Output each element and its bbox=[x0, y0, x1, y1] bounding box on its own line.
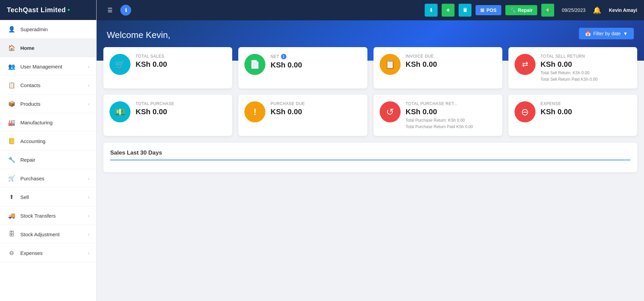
filter-date-label: Filter by date bbox=[593, 31, 621, 36]
sidebar-item-home[interactable]: 🏠 Home bbox=[0, 39, 96, 57]
filter-date-button[interactable]: 📅 Filter by date ▼ bbox=[579, 28, 634, 39]
repair-label: Repair bbox=[518, 7, 533, 13]
sidebar-label-expenses: Expenses bbox=[20, 250, 88, 256]
stat-subtext2-total-purchase-ret: Total Purchase Return Paid KSh 0.00 bbox=[406, 124, 496, 129]
download-button[interactable]: ⬇ bbox=[425, 4, 438, 17]
sidebar-label-repair: Repair bbox=[20, 157, 89, 163]
sidebar-icon-home: 🏠 bbox=[7, 43, 16, 53]
sidebar-item-accounting[interactable]: 📒 Accounting bbox=[0, 132, 96, 150]
stat-subtext1-total-purchase-ret: Total Purchase Return: KSh 0.00 bbox=[406, 118, 496, 123]
stat-info-total-purchase-ret: TOTAL PURCHASE RET... KSh 0.00 Total Pur… bbox=[406, 101, 496, 129]
stat-icon-net: 📄 bbox=[244, 54, 265, 75]
cash-button[interactable]: 💵 bbox=[541, 4, 554, 17]
stat-value-net: KSh 0.00 bbox=[270, 61, 361, 69]
menu-toggle-button[interactable]: ☰ bbox=[103, 4, 116, 17]
sidebar-label-user-management: User Management bbox=[20, 64, 88, 69]
stat-card-purchase-due: ! PURCHASE DUE KSh 0.00 bbox=[238, 95, 367, 136]
calendar-icon: 📅 bbox=[585, 31, 591, 36]
pos-button[interactable]: ⊞ POS bbox=[476, 5, 501, 15]
stat-icon-purchase-due: ! bbox=[244, 101, 265, 122]
sidebar-icon-superadmin: 👤 bbox=[7, 24, 16, 34]
sidebar-brand: TechQast Limited• bbox=[7, 6, 70, 14]
sidebar-item-purchases[interactable]: 🛒 Purchases ‹ bbox=[0, 169, 96, 188]
stat-card-total-sell-return: ⇄ TOTAL SELL RETURN KSh 0.00 Total Sell … bbox=[508, 47, 637, 88]
info-icon-net[interactable]: i bbox=[281, 54, 286, 59]
sidebar-header: TechQast Limited• bbox=[0, 0, 96, 20]
sidebar-label-contacts: Contacts bbox=[20, 82, 88, 88]
sidebar-icon-stock-transfers: 🚚 bbox=[7, 211, 16, 220]
info-button[interactable]: ℹ bbox=[120, 5, 131, 16]
sidebar-label-accounting: Accounting bbox=[20, 138, 89, 144]
sidebar-item-user-management[interactable]: 👥 User Management ‹ bbox=[0, 57, 96, 76]
stats-row-2: 💵 TOTAL PURCHASE KSh 0.00 ! PURCHASE DUE… bbox=[97, 95, 644, 136]
sidebar-icon-manufacturing: 🏭 bbox=[7, 118, 16, 127]
sidebar-label-superadmin: Superadmin bbox=[20, 26, 89, 32]
sidebar-item-stock-transfers[interactable]: 🚚 Stock Transfers ‹ bbox=[0, 206, 96, 225]
repair-button[interactable]: 🔧 Repair bbox=[505, 5, 538, 15]
sidebar-arrow-stock-transfers: ‹ bbox=[88, 213, 89, 218]
stat-info-total-sales: TOTAL SALES KSh 0.00 bbox=[136, 54, 226, 69]
sidebar-icon-purchases: 🛒 bbox=[7, 174, 16, 183]
sidebar-arrow-sell: ‹ bbox=[88, 195, 89, 200]
stat-card-total-purchase: 💵 TOTAL PURCHASE KSh 0.00 bbox=[103, 95, 232, 136]
topbar-date: 09/25/2023 bbox=[562, 7, 585, 13]
stat-label-invoice-due: INVOICE DUE bbox=[406, 54, 496, 59]
add-button[interactable]: + bbox=[442, 4, 455, 17]
sales-section: Sales Last 30 Days bbox=[103, 143, 637, 172]
pos-label: POS bbox=[486, 7, 497, 13]
notification-bell-icon[interactable]: 🔔 bbox=[593, 6, 601, 14]
sidebar-label-purchases: Purchases bbox=[20, 176, 88, 181]
stat-value-invoice-due: KSh 0.00 bbox=[406, 60, 496, 69]
main-content: Welcome Kevin, 📅 Filter by date ▼ 🛒 TOTA… bbox=[97, 20, 644, 301]
sidebar: TechQast Limited• 👤 Superadmin 🏠 Home 👥 … bbox=[0, 0, 97, 301]
sidebar-item-expenses[interactable]: ⊖ Expenses ‹ bbox=[0, 244, 96, 262]
stat-icon-expense: ⊖ bbox=[515, 101, 536, 122]
sidebar-item-sell[interactable]: ⬆ Sell ‹ bbox=[0, 188, 96, 206]
stat-card-total-purchase-ret: ↺ TOTAL PURCHASE RET... KSh 0.00 Total P… bbox=[374, 95, 502, 136]
stat-label-total-purchase-ret: TOTAL PURCHASE RET... bbox=[406, 101, 496, 106]
stat-icon-total-sales: 🛒 bbox=[109, 54, 130, 75]
stat-subtext2-total-sell-return: Total Sell Return Paid KSh 0.00 bbox=[541, 77, 631, 82]
stat-label-total-sales: TOTAL SALES bbox=[136, 54, 226, 59]
sidebar-icon-products: 📦 bbox=[7, 99, 16, 108]
sidebar-label-sell: Sell bbox=[20, 194, 88, 200]
repair-icon: 🔧 bbox=[510, 7, 516, 13]
stat-card-expense: ⊖ EXPENSE KSh 0.00 bbox=[508, 95, 637, 136]
stat-label-total-purchase: TOTAL PURCHASE bbox=[136, 101, 226, 106]
topbar-username: Kevin Amayi bbox=[609, 7, 637, 13]
stat-info-expense: EXPENSE KSh 0.00 bbox=[541, 101, 631, 116]
sidebar-icon-repair: 🔧 bbox=[7, 155, 16, 164]
stat-value-total-purchase-ret: KSh 0.00 bbox=[406, 107, 496, 116]
stat-label-expense: EXPENSE bbox=[541, 101, 631, 106]
stat-card-total-sales: 🛒 TOTAL SALES KSh 0.00 bbox=[103, 47, 232, 88]
sidebar-item-manufacturing[interactable]: 🏭 Manufacturing bbox=[0, 113, 96, 132]
sidebar-arrow-stock-adjustment: ‹ bbox=[88, 232, 89, 237]
sidebar-item-contacts[interactable]: 📋 Contacts ‹ bbox=[0, 76, 96, 95]
sidebar-item-stock-adjustment[interactable]: 🗄 Stock Adjustment ‹ bbox=[0, 225, 96, 244]
sidebar-item-repair[interactable]: 🔧 Repair bbox=[0, 150, 96, 169]
sidebar-label-stock-transfers: Stock Transfers bbox=[20, 213, 88, 219]
stat-info-net: NET i KSh 0.00 bbox=[270, 54, 361, 69]
sidebar-icon-expenses: ⊖ bbox=[7, 248, 16, 258]
stat-value-total-purchase: KSh 0.00 bbox=[136, 107, 226, 116]
stat-value-total-sales: KSh 0.00 bbox=[136, 60, 226, 69]
sidebar-icon-stock-adjustment: 🗄 bbox=[7, 229, 16, 239]
sidebar-label-stock-adjustment: Stock Adjustment bbox=[20, 232, 88, 237]
stats-row-1: 🛒 TOTAL SALES KSh 0.00 📄 NET i KSh 0.00 … bbox=[97, 47, 644, 88]
stat-card-net: 📄 NET i KSh 0.00 bbox=[238, 47, 367, 88]
stat-icon-invoice-due: 📋 bbox=[380, 54, 401, 75]
sidebar-nav: 👤 Superadmin 🏠 Home 👥 User Management ‹ … bbox=[0, 20, 96, 262]
sidebar-item-superadmin[interactable]: 👤 Superadmin bbox=[0, 20, 96, 39]
sidebar-label-manufacturing: Manufacturing bbox=[20, 120, 89, 125]
sidebar-arrow-expenses: ‹ bbox=[88, 250, 89, 256]
pos-icon: ⊞ bbox=[480, 7, 484, 13]
stat-icon-total-purchase: 💵 bbox=[109, 101, 130, 122]
sidebar-icon-sell: ⬆ bbox=[7, 192, 16, 202]
stat-info-invoice-due: INVOICE DUE KSh 0.00 bbox=[406, 54, 496, 69]
stat-label-total-sell-return: TOTAL SELL RETURN bbox=[541, 54, 631, 59]
calculator-button[interactable]: 🖩 bbox=[459, 4, 471, 17]
sidebar-arrow-contacts: ‹ bbox=[88, 83, 89, 88]
stat-info-purchase-due: PURCHASE DUE KSh 0.00 bbox=[270, 101, 361, 116]
stat-value-purchase-due: KSh 0.00 bbox=[270, 107, 361, 116]
sidebar-item-products[interactable]: 📦 Products ‹ bbox=[0, 95, 96, 113]
